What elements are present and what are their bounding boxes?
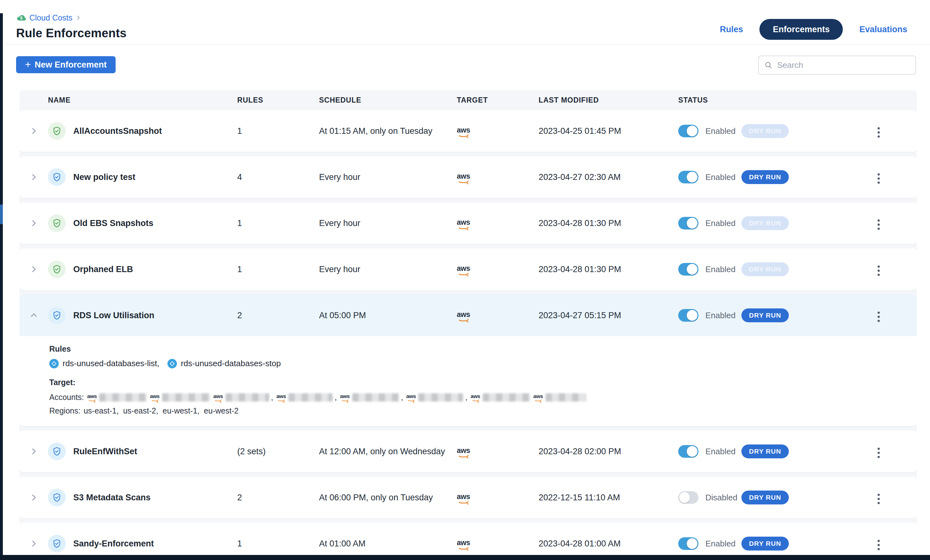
page-header: $ Cloud Costs Rule Enforcements Rules En… (16, 12, 911, 40)
enforcement-name: RuleEnfWithSet (73, 446, 237, 456)
redacted-account: aws (533, 393, 586, 402)
kebab-menu-icon[interactable] (875, 537, 882, 553)
table-row: New policy test 4 Every hour aws 2023-04… (20, 156, 917, 198)
shield-check-icon (48, 443, 66, 460)
status-label: Enabled (705, 311, 741, 321)
shield-check-icon (48, 122, 66, 140)
dry-run-badge: DRY RUN (741, 216, 789, 230)
rules-chip-list: rds-unused-databases-list, rds-unused-da… (49, 359, 904, 368)
breadcrumb-link-cloud-costs[interactable]: Cloud Costs (29, 13, 72, 22)
table-row-main[interactable]: Old EBS Snapshots 1 Every hour aws 2023-… (20, 203, 917, 244)
last-modified-text: 2023-04-28 01:30 PM (539, 264, 678, 274)
aws-logo-icon: aws (457, 265, 470, 275)
status-label: Enabled (705, 539, 741, 549)
enabled-toggle[interactable] (678, 171, 699, 183)
aws-logo-icon: aws (457, 311, 470, 321)
new-enforcement-button[interactable]: + New Enforcement (16, 56, 115, 73)
toggle-knob (687, 218, 698, 229)
kebab-menu-icon[interactable] (875, 171, 882, 186)
new-enforcement-label: New Enforcement (35, 60, 107, 70)
rules-count: 4 (237, 172, 319, 182)
tab-evaluations[interactable]: Evaluations (859, 25, 907, 34)
window-bottom-bar (0, 555, 930, 560)
schedule-text: At 01:15 AM, only on Tuesday (319, 126, 457, 136)
enabled-toggle[interactable] (678, 263, 699, 276)
rules-count: 1 (237, 264, 319, 274)
kebab-menu-icon[interactable] (875, 309, 882, 325)
search-box (758, 55, 916, 75)
expand-chevron-icon[interactable] (29, 446, 38, 456)
aws-logo-icon: aws (457, 173, 470, 183)
schedule-text: At 06:00 PM, only on Tuesday (319, 493, 457, 503)
svg-text:$: $ (20, 15, 22, 20)
header-divider (3, 44, 930, 44)
enforcement-name: Old EBS Snapshots (73, 218, 237, 228)
expand-chevron-icon[interactable] (29, 172, 38, 182)
toggle-knob (687, 310, 698, 321)
tab-enforcements[interactable]: Enforcements (759, 19, 843, 40)
last-modified-text: 2023-04-27 05:15 PM (539, 311, 678, 321)
kebab-menu-icon[interactable] (875, 125, 882, 140)
search-input[interactable] (777, 60, 910, 70)
expand-chevron-icon[interactable] (29, 311, 38, 320)
toggle-knob (687, 126, 698, 137)
table-row-main[interactable]: RDS Low Utilisation 2 At 05:00 PM aws 20… (20, 295, 917, 336)
table-row-main[interactable]: Sandy-Enforcement 1 At 01:00 AM aws 2023… (20, 523, 917, 555)
kebab-menu-icon[interactable] (875, 217, 882, 232)
kebab-menu-icon[interactable] (875, 491, 882, 507)
status-label: Disabled (705, 493, 741, 503)
enforcement-name: Sandy-Enforcement (73, 539, 237, 549)
enabled-toggle[interactable] (678, 217, 699, 230)
last-modified-text: 2023-04-28 02:00 PM (539, 446, 678, 456)
redacted-account-name (288, 393, 333, 402)
redacted-account: aws (470, 393, 530, 402)
expand-chevron-icon[interactable] (29, 264, 38, 274)
kebab-menu-icon[interactable] (875, 445, 882, 460)
regions-row: Regions:us-east-1, us-east-2, eu-west-1,… (49, 406, 904, 416)
expand-chevron-icon[interactable] (29, 126, 38, 136)
table-row-main[interactable]: Orphaned ELB 1 Every hour aws 2023-04-28… (20, 249, 917, 290)
enabled-toggle[interactable] (678, 125, 699, 137)
enforcement-name: Orphaned ELB (73, 264, 237, 274)
expand-chevron-icon[interactable] (29, 539, 38, 548)
table-row-main[interactable]: RuleEnfWithSet (2 sets) At 12:00 AM, onl… (20, 431, 917, 472)
enforcement-name: RDS Low Utilisation (73, 311, 237, 321)
dry-run-badge: DRY RUN (741, 262, 789, 276)
enforcement-name: S3 Metadata Scans (73, 493, 237, 503)
redacted-account-name (162, 393, 210, 402)
redacted-account: aws (276, 393, 333, 402)
redacted-account-name (99, 393, 146, 402)
table-row: RuleEnfWithSet (2 sets) At 12:00 AM, onl… (20, 431, 917, 472)
rule-chip[interactable]: rds-unused-databases-stop (168, 359, 281, 368)
expand-chevron-icon[interactable] (29, 218, 38, 228)
plus-icon: + (25, 59, 31, 69)
expand-chevron-icon[interactable] (29, 493, 38, 502)
table-row-main[interactable]: AllAccountsSnapshot 1 At 01:15 AM, only … (20, 110, 917, 152)
enabled-toggle[interactable] (678, 537, 699, 550)
tab-rules[interactable]: Rules (720, 25, 743, 34)
enabled-toggle[interactable] (678, 309, 699, 322)
rules-count: 1 (237, 126, 319, 136)
table-row-main[interactable]: New policy test 4 Every hour aws 2023-04… (20, 156, 917, 198)
accounts-row: Accounts: awsawsaws,aws,aws,aws,awsaws (49, 393, 904, 402)
rule-chip[interactable]: rds-unused-databases-list, (49, 359, 159, 368)
column-header-last-modified: LAST MODIFIED (539, 96, 678, 104)
schedule-text: At 01:00 AM (319, 539, 457, 549)
target-section-label: Target: (49, 378, 904, 387)
last-modified-text: 2023-04-28 01:30 PM (539, 218, 678, 228)
aws-logo-icon: aws (457, 447, 470, 457)
shield-check-icon (48, 535, 66, 552)
rules-count: (2 sets) (237, 446, 319, 456)
table-row-main[interactable]: S3 Metadata Scans 2 At 06:00 PM, only on… (20, 477, 917, 519)
cloud-costs-icon: $ (16, 14, 26, 22)
dry-run-badge: DRY RUN (741, 170, 789, 184)
column-header-name: NAME (48, 96, 237, 104)
table-row: Orphaned ELB 1 Every hour aws 2023-04-28… (20, 249, 917, 290)
enabled-toggle[interactable] (678, 445, 699, 458)
kebab-menu-icon[interactable] (875, 263, 882, 278)
redacted-account-name (226, 393, 269, 402)
enabled-toggle[interactable] (678, 491, 699, 504)
aws-logo-icon: aws (276, 394, 286, 401)
shield-check-icon (48, 168, 66, 186)
aws-logo-icon: aws (150, 394, 160, 401)
